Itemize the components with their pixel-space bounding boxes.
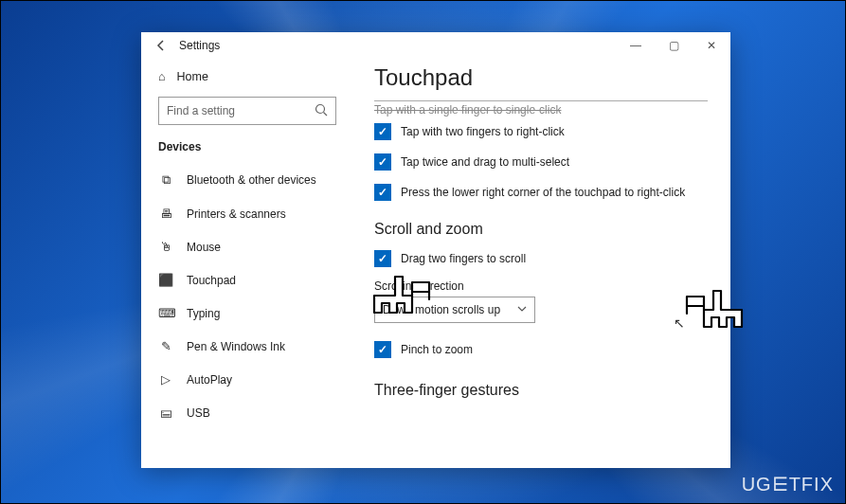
sidebar-item-touchpad[interactable]: ⬛ Touchpad xyxy=(141,263,353,297)
close-button[interactable]: ✕ xyxy=(693,32,730,59)
svg-line-1 xyxy=(324,113,328,117)
checkbox-label: Tap twice and drag to multi-select xyxy=(401,153,569,171)
select-value: Down motion scrolls up xyxy=(383,303,500,316)
hidden-option-row: Tap with a single finger to single-click xyxy=(374,100,708,117)
sidebar-item-label: AutoPlay xyxy=(187,373,232,387)
sidebar-item-typing[interactable]: ⌨ Typing xyxy=(141,297,353,330)
sidebar-item-label: USB xyxy=(187,406,210,420)
pen-icon: ✎ xyxy=(158,339,173,353)
sidebar-item-label: Touchpad xyxy=(187,274,236,287)
window-controls: — ▢ ✕ xyxy=(617,32,730,59)
checkbox-checked-icon: ✓ xyxy=(374,184,391,201)
sidebar-item-bluetooth[interactable]: ⧉ Bluetooth & other devices xyxy=(141,163,353,197)
window-body: ⌂ Home Find a setting Devices ⧉ Bluetoot… xyxy=(141,59,730,468)
page-title: Touchpad xyxy=(374,64,708,91)
back-button[interactable] xyxy=(151,35,171,56)
content-pane: Touchpad Tap with a single finger to sin… xyxy=(353,59,730,468)
section-header-three-finger: Three-finger gestures xyxy=(374,382,708,399)
checkbox-row-pinch-zoom[interactable]: ✓ Pinch to zoom xyxy=(374,334,708,365)
printer-icon: 🖶 xyxy=(158,207,173,221)
autoplay-icon: ▷ xyxy=(158,372,173,387)
sidebar-item-autoplay[interactable]: ▷ AutoPlay xyxy=(141,363,353,396)
checkbox-checked-icon: ✓ xyxy=(374,341,391,358)
checkbox-row-two-finger-right-click[interactable]: ✓ Tap with two fingers to right-click xyxy=(374,117,708,147)
checkbox-label: Press the lower right corner of the touc… xyxy=(401,184,685,201)
sidebar-home[interactable]: ⌂ Home xyxy=(141,63,353,93)
settings-window: Settings — ▢ ✕ ⌂ Home Find a setting Dev… xyxy=(141,32,730,468)
bluetooth-icon: ⧉ xyxy=(158,172,173,188)
usb-icon: 🖴 xyxy=(158,405,173,420)
sidebar-section-header: Devices xyxy=(141,136,353,163)
search-input[interactable]: Find a setting xyxy=(158,97,336,125)
select-scrolling-direction[interactable]: Down motion scrolls up xyxy=(374,297,535,323)
section-header-scroll-zoom: Scroll and zoom xyxy=(374,221,708,238)
maximize-button[interactable]: ▢ xyxy=(655,32,693,59)
search-placeholder: Find a setting xyxy=(167,104,235,117)
search-icon xyxy=(315,103,328,119)
sidebar-item-pen[interactable]: ✎ Pen & Windows Ink xyxy=(141,330,353,363)
titlebar: Settings — ▢ ✕ xyxy=(141,32,730,59)
home-icon: ⌂ xyxy=(158,70,166,83)
field-label-scrolling-direction: Scrolling direction xyxy=(374,279,708,293)
checkbox-checked-icon: ✓ xyxy=(374,250,391,267)
sidebar: ⌂ Home Find a setting Devices ⧉ Bluetoot… xyxy=(141,59,353,468)
checkbox-row-tap-twice-drag[interactable]: ✓ Tap twice and drag to multi-select xyxy=(374,147,708,177)
window-title: Settings xyxy=(179,39,220,52)
sidebar-item-label: Bluetooth & other devices xyxy=(187,173,316,187)
checkbox-checked-icon: ✓ xyxy=(374,123,391,140)
checkbox-label: Pinch to zoom xyxy=(401,341,473,358)
touchpad-icon: ⬛ xyxy=(158,273,173,287)
chevron-down-icon xyxy=(517,303,527,316)
watermark: UG⋿TFIX xyxy=(742,473,834,495)
home-label: Home xyxy=(177,70,208,83)
minimize-button[interactable]: — xyxy=(617,32,655,59)
sidebar-item-label: Mouse xyxy=(187,241,221,254)
checkbox-label: Tap with two fingers to right-click xyxy=(401,123,565,140)
checkbox-row-drag-two-fingers[interactable]: ✓ Drag two fingers to scroll xyxy=(374,243,708,274)
sidebar-item-mouse[interactable]: 🖱 Mouse xyxy=(141,230,353,263)
checkbox-checked-icon: ✓ xyxy=(374,153,391,171)
svg-point-0 xyxy=(316,105,325,114)
keyboard-icon: ⌨ xyxy=(158,306,173,320)
sidebar-item-printers[interactable]: 🖶 Printers & scanners xyxy=(141,197,353,230)
checkbox-label: Drag two fingers to scroll xyxy=(401,250,526,267)
sidebar-item-label: Printers & scanners xyxy=(187,207,286,221)
checkbox-row-lower-right-corner[interactable]: ✓ Press the lower right corner of the to… xyxy=(374,177,708,207)
mouse-icon: 🖱 xyxy=(158,240,173,254)
sidebar-item-label: Pen & Windows Ink xyxy=(187,340,285,353)
sidebar-item-label: Typing xyxy=(187,307,220,320)
sidebar-item-usb[interactable]: 🖴 USB xyxy=(141,396,353,429)
